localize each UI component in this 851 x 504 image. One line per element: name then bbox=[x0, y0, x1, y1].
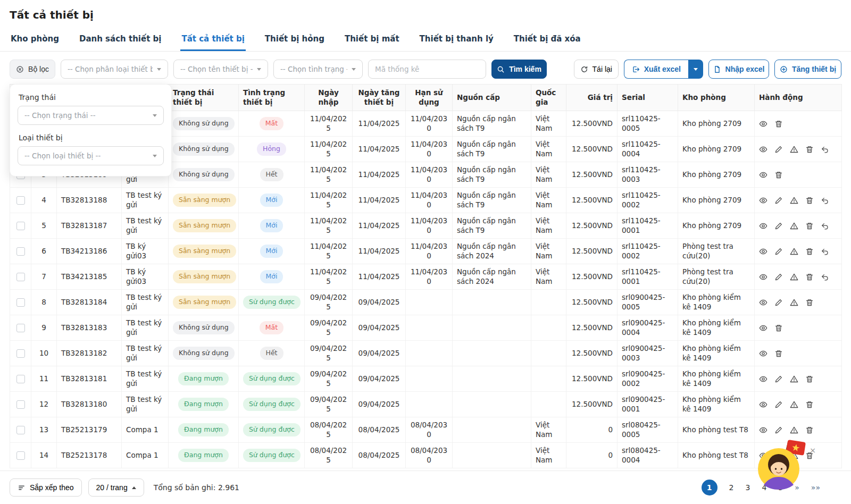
view-icon[interactable] bbox=[759, 247, 767, 256]
row-checkbox[interactable] bbox=[16, 426, 25, 434]
reload-button[interactable]: Tái lại bbox=[574, 60, 619, 79]
device-condition-select[interactable]: -- Chọn tình trạng -- bbox=[273, 60, 363, 79]
warning-icon[interactable] bbox=[790, 196, 798, 205]
delete-icon[interactable] bbox=[774, 120, 783, 128]
page-button-3[interactable]: 3 bbox=[746, 483, 750, 492]
delete-icon[interactable] bbox=[805, 273, 814, 281]
device-status: Đang mượn bbox=[169, 417, 239, 443]
add-device-button[interactable]: Tăng thiết bị bbox=[774, 60, 841, 79]
view-icon[interactable] bbox=[759, 426, 767, 434]
export-excel-button[interactable]: Xuất excel bbox=[624, 60, 688, 79]
row-checkbox[interactable] bbox=[16, 451, 25, 460]
delete-icon[interactable] bbox=[774, 171, 783, 179]
warning-icon[interactable] bbox=[790, 247, 798, 256]
warning-icon[interactable] bbox=[790, 375, 798, 383]
row-checkbox[interactable] bbox=[16, 273, 25, 281]
tab-3[interactable]: Tất cả thiết bị bbox=[180, 30, 245, 51]
device-status: Không sử dụng bbox=[169, 341, 239, 366]
export-excel-label: Xuất excel bbox=[644, 65, 681, 73]
row-checkbox[interactable] bbox=[16, 222, 25, 230]
warning-icon[interactable] bbox=[790, 426, 798, 434]
page-button-2[interactable]: 2 bbox=[729, 483, 734, 492]
delete-icon[interactable] bbox=[805, 222, 814, 230]
row-checkbox[interactable] bbox=[16, 400, 25, 409]
device-code: TB32813181 bbox=[57, 366, 122, 392]
warning-icon[interactable] bbox=[790, 400, 798, 409]
undo-icon[interactable] bbox=[821, 273, 829, 281]
warning-icon[interactable] bbox=[790, 145, 798, 154]
edit-icon[interactable] bbox=[774, 145, 783, 154]
delete-icon[interactable] bbox=[805, 196, 814, 205]
view-icon[interactable] bbox=[759, 349, 767, 358]
warning-icon[interactable] bbox=[790, 298, 798, 307]
undo-icon[interactable] bbox=[821, 247, 829, 256]
edit-icon[interactable] bbox=[774, 196, 783, 205]
device-value: 12.500VND bbox=[566, 188, 618, 213]
device-condition-badge: Mới bbox=[260, 194, 283, 206]
page-size-select[interactable]: 20 / trang bbox=[88, 478, 144, 497]
date-imported: 08/04/2025 bbox=[305, 443, 353, 468]
delete-icon[interactable] bbox=[774, 324, 783, 332]
search-button[interactable]: Tìm kiếm bbox=[491, 60, 547, 79]
row-checkbox[interactable] bbox=[16, 349, 25, 358]
tab-4[interactable]: Thiết bị hỏng bbox=[264, 30, 326, 51]
device-status-badge: Đang mượn bbox=[178, 423, 229, 436]
view-icon[interactable] bbox=[759, 171, 767, 179]
device-category-select[interactable]: -- Chọn phân loại thiết bị -- bbox=[61, 60, 168, 79]
filter-button[interactable]: Bộ lọc bbox=[10, 60, 55, 79]
row-checkbox[interactable] bbox=[16, 324, 25, 332]
delete-icon[interactable] bbox=[805, 145, 814, 154]
row-checkbox[interactable] bbox=[16, 247, 25, 256]
undo-icon[interactable] bbox=[821, 222, 829, 230]
view-icon[interactable] bbox=[759, 273, 767, 281]
export-options-caret-button[interactable] bbox=[688, 60, 703, 79]
row-checkbox[interactable] bbox=[16, 375, 25, 383]
sort-by-button[interactable]: Sắp xếp theo bbox=[10, 478, 82, 497]
view-icon[interactable] bbox=[759, 375, 767, 383]
view-icon[interactable] bbox=[759, 324, 767, 332]
delete-icon[interactable] bbox=[805, 426, 814, 434]
edit-icon[interactable] bbox=[774, 400, 783, 409]
status-filter-select[interactable]: -- Chọn trạng thái -- bbox=[18, 106, 164, 125]
view-icon[interactable] bbox=[759, 120, 767, 128]
delete-icon[interactable] bbox=[805, 375, 814, 383]
page-button-1[interactable]: 1 bbox=[702, 480, 717, 495]
delete-icon[interactable] bbox=[774, 349, 783, 358]
view-icon[interactable] bbox=[759, 298, 767, 307]
supply-source bbox=[453, 315, 531, 341]
mascot-close-icon[interactable]: × bbox=[810, 447, 816, 454]
edit-icon[interactable] bbox=[774, 298, 783, 307]
undo-icon[interactable] bbox=[821, 196, 829, 205]
tab-7[interactable]: Thiết bị đã xóa bbox=[513, 30, 582, 51]
tab-2[interactable]: Danh sách thiết bị bbox=[78, 30, 162, 51]
view-icon[interactable] bbox=[759, 222, 767, 230]
undo-icon[interactable] bbox=[821, 145, 829, 154]
edit-icon[interactable] bbox=[774, 222, 783, 230]
serial-number: srl0900425-0002 bbox=[618, 366, 678, 392]
supply-source bbox=[453, 290, 531, 315]
warning-icon[interactable] bbox=[790, 222, 798, 230]
delete-icon[interactable] bbox=[805, 400, 814, 409]
edit-icon[interactable] bbox=[774, 426, 783, 434]
tab-5[interactable]: Thiết bị mất bbox=[344, 30, 401, 51]
view-icon[interactable] bbox=[759, 145, 767, 154]
stat-code-input[interactable] bbox=[368, 60, 486, 79]
row-checkbox[interactable] bbox=[16, 298, 25, 307]
view-icon[interactable] bbox=[759, 400, 767, 409]
device-condition-badge: Sử dụng được bbox=[243, 449, 301, 461]
type-filter-select[interactable]: -- Chọn loại thiết bị -- bbox=[18, 146, 164, 165]
view-icon[interactable] bbox=[759, 196, 767, 205]
row-checkbox[interactable] bbox=[16, 196, 25, 205]
edit-icon[interactable] bbox=[774, 273, 783, 281]
device-condition: Hết bbox=[239, 341, 305, 366]
row-actions bbox=[755, 315, 842, 341]
edit-icon[interactable] bbox=[774, 247, 783, 256]
delete-icon[interactable] bbox=[805, 298, 814, 307]
device-name-select[interactable]: -- Chọn tên thiết bị -- bbox=[173, 60, 268, 79]
tab-1[interactable]: Kho phòng bbox=[10, 30, 60, 51]
warning-icon[interactable] bbox=[790, 273, 798, 281]
import-excel-button[interactable]: Nhập excel bbox=[708, 60, 769, 79]
tab-6[interactable]: Thiết bị thanh lý bbox=[419, 30, 495, 51]
delete-icon[interactable] bbox=[805, 247, 814, 256]
edit-icon[interactable] bbox=[774, 375, 783, 383]
